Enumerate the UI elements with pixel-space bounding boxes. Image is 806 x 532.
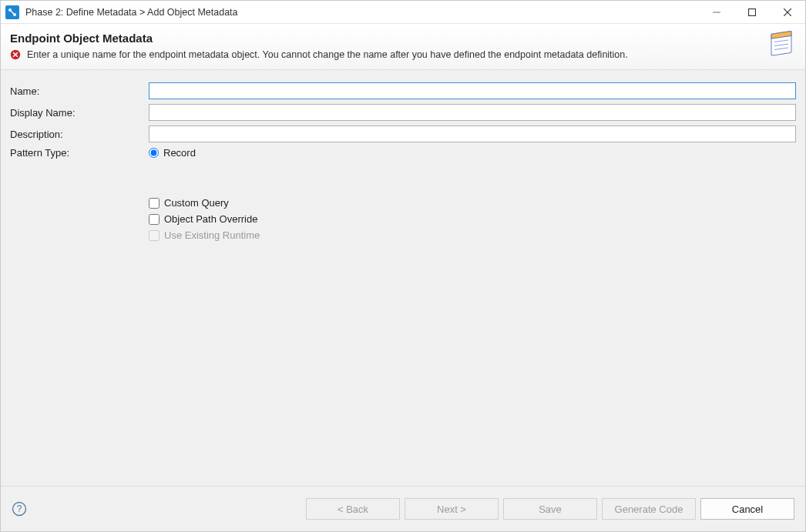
validation-message: Enter a unique name for the endpoint met…: [10, 49, 793, 60]
window-title: Phase 2: Define Metadata > Add Object Me…: [25, 7, 699, 18]
description-label: Description:: [10, 129, 149, 140]
generate-code-button: Generate Code: [602, 498, 696, 520]
save-button: Save: [503, 498, 597, 520]
maximize-button[interactable]: [734, 1, 770, 23]
error-icon: [10, 49, 21, 60]
object-path-override-row[interactable]: Object Path Override: [149, 213, 796, 225]
description-input[interactable]: [149, 125, 796, 142]
object-path-override-checkbox[interactable]: [149, 214, 160, 225]
display-name-label: Display Name:: [10, 107, 149, 119]
pattern-type-record-radio[interactable]: [149, 148, 159, 158]
name-input[interactable]: [149, 82, 796, 99]
wizard-window: Phase 2: Define Metadata > Add Object Me…: [0, 0, 806, 532]
options-group: Custom Query Object Path Override Use Ex…: [149, 197, 796, 241]
wizard-header: Endpoint Object Metadata Enter a unique …: [1, 24, 805, 70]
use-existing-runtime-row: Use Existing Runtime: [149, 229, 796, 241]
use-existing-runtime-checkbox: [149, 230, 160, 241]
svg-rect-4: [749, 8, 756, 15]
display-name-row: Display Name:: [10, 104, 796, 121]
object-path-override-label: Object Path Override: [164, 213, 257, 225]
svg-text:?: ?: [17, 504, 22, 514]
name-row: Name:: [10, 82, 796, 99]
wizard-banner-icon: [767, 28, 798, 59]
help-icon[interactable]: ?: [12, 501, 27, 517]
custom-query-row[interactable]: Custom Query: [149, 197, 796, 209]
form-body: Name: Display Name: Description: Pattern…: [1, 70, 805, 486]
app-icon: [5, 5, 19, 19]
page-title: Endpoint Object Metadata: [10, 32, 793, 45]
minimize-button[interactable]: [699, 1, 734, 23]
display-name-input[interactable]: [149, 104, 796, 121]
description-row: Description:: [10, 125, 796, 142]
custom-query-checkbox[interactable]: [149, 198, 160, 209]
pattern-type-row: Pattern Type: Record: [10, 147, 796, 159]
pattern-type-radio-group: Record: [149, 147, 196, 159]
close-button[interactable]: [770, 1, 805, 23]
pattern-type-label: Pattern Type:: [10, 147, 149, 159]
cancel-button[interactable]: Cancel: [700, 498, 794, 520]
name-label: Name:: [10, 85, 149, 97]
window-controls: [699, 1, 805, 23]
next-button: Next >: [405, 498, 499, 520]
use-existing-runtime-label: Use Existing Runtime: [164, 229, 260, 241]
footer: ? < Back Next > Save Generate Code Cance…: [1, 487, 805, 531]
validation-text: Enter a unique name for the endpoint met…: [27, 49, 628, 60]
back-button: < Back: [306, 498, 400, 520]
titlebar: Phase 2: Define Metadata > Add Object Me…: [1, 1, 805, 24]
custom-query-label: Custom Query: [164, 197, 229, 209]
pattern-type-record-label: Record: [163, 147, 196, 159]
